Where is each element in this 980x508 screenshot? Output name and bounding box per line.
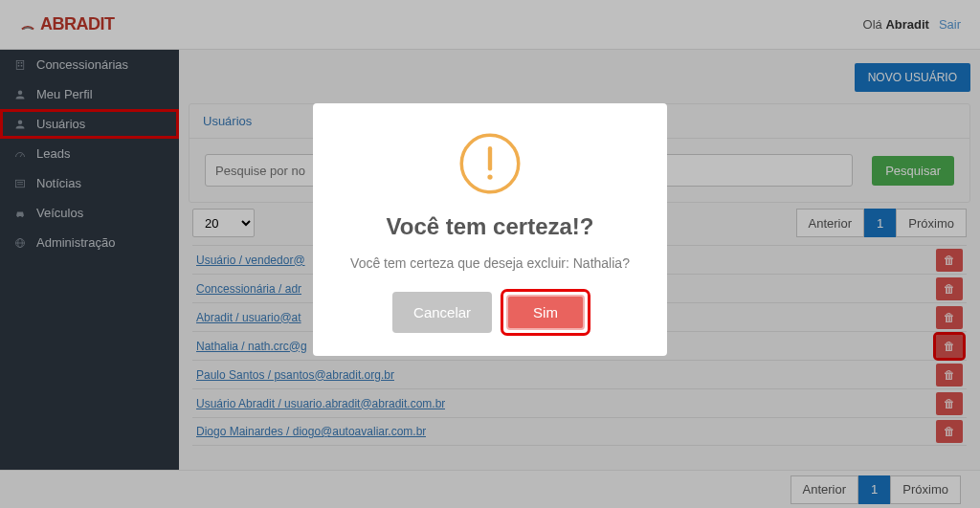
cancel-button[interactable]: Cancelar	[392, 292, 492, 333]
svg-point-18	[487, 174, 492, 179]
confirm-button[interactable]: Sim	[506, 295, 585, 330]
modal-text: Você tem certeza que deseja excluir: Nat…	[336, 255, 644, 271]
confirm-modal: Você tem certeza!? Você tem certeza que …	[313, 103, 667, 356]
modal-overlay[interactable]: Você tem certeza!? Você tem certeza que …	[0, 0, 980, 508]
confirm-highlight: Sim	[503, 292, 588, 333]
warning-icon	[457, 130, 523, 197]
modal-title: Você tem certeza!?	[336, 213, 644, 240]
